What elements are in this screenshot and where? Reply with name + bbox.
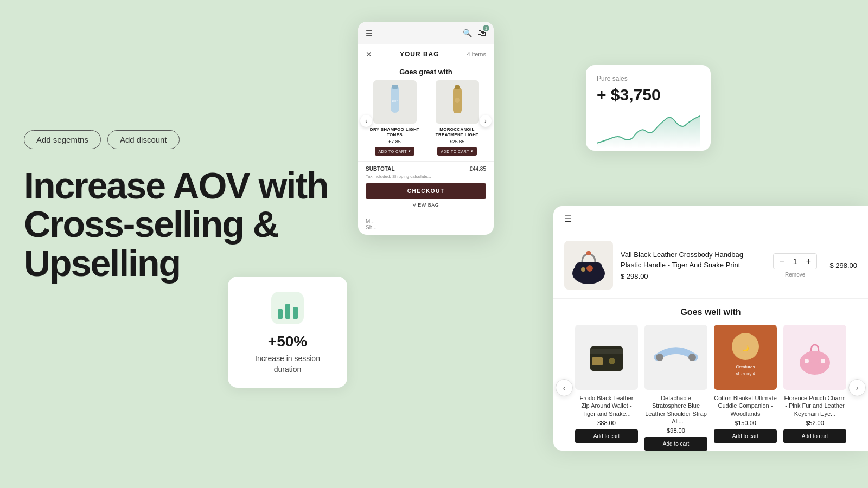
add-segments-button[interactable]: Add segemtns: [24, 130, 101, 149]
stat-label: Increase in session duration: [244, 354, 331, 375]
svg-point-5: [455, 98, 460, 103]
product-carousel: ‹ DRY DRY SHAMPOO LIGHT TONES £7.85 ADD …: [358, 80, 494, 161]
svg-text:Creatures: Creatures: [736, 364, 755, 369]
carousel-left-arrow[interactable]: ‹: [360, 115, 372, 127]
bag-icon[interactable]: 🛍 1: [477, 28, 486, 38]
cart-count: 4 items: [467, 51, 486, 57]
cart-item-info: Vali Black Leather Crossbody Handbag Pla…: [621, 250, 765, 280]
right-panel-header: ☰: [553, 206, 868, 232]
svg-point-9: [581, 267, 585, 272]
goes-well-name-1: Detachable Stratosphere Blue Leather Sho…: [644, 394, 707, 425]
svg-text:🌙: 🌙: [742, 345, 749, 352]
hamburger-icon: ☰: [366, 29, 373, 37]
product-image-0: DRY: [373, 80, 417, 124]
svg-point-14: [656, 354, 663, 361]
goes-well-carousel: Frodo Black Leather Zip Around Wallet - …: [575, 325, 846, 451]
tag-buttons: Add segemtns Add discount: [24, 130, 360, 149]
svg-rect-4: [455, 85, 460, 89]
goes-well-section: Goes well with ‹ Frodo Black Leather Zip…: [553, 299, 868, 451]
goes-well-item-2: 🌙 Creatures of the night Cotton Blanket …: [714, 325, 777, 451]
add-to-cart-goes-well-2[interactable]: Add to cart: [714, 429, 777, 443]
svg-point-24: [821, 359, 825, 363]
goes-well-image-1: [644, 325, 707, 390]
cart-item-total: $ 298.00: [825, 261, 857, 269]
goes-well-item-3: Florence Pouch Charm - Pink Fur and Leat…: [783, 325, 846, 451]
add-to-cart-goes-well-1[interactable]: Add to cart: [644, 437, 707, 451]
svg-rect-11: [590, 349, 623, 354]
cart-item-price: $ 298.00: [621, 272, 765, 280]
view-bag-link[interactable]: VIEW BAG: [358, 202, 494, 214]
goes-well-price-1: $98.00: [644, 427, 707, 434]
goes-great-with-label: Goes great with: [358, 62, 494, 80]
subtotal-row: SUBTOTAL £44.85: [358, 161, 494, 174]
add-to-cart-goes-well-0[interactable]: Add to cart: [575, 429, 638, 443]
stat-card: +50% Increase in session duration: [228, 277, 347, 388]
goes-well-name-2: Cotton Blanket Ultimate Cuddle Companion…: [714, 394, 777, 418]
subtotal-amount: £44.85: [469, 166, 486, 172]
product-price-1: £25.85: [428, 139, 486, 144]
pure-sales-value: + $3,750: [597, 86, 700, 104]
remove-link[interactable]: Remove: [785, 272, 805, 278]
close-icon[interactable]: ✕: [366, 50, 372, 59]
bar-chart-icon: [271, 292, 304, 324]
pure-sales-label: Pure sales: [597, 75, 700, 82]
cart-bottom-text: M...Sh...: [358, 214, 494, 235]
cart-item-row: Vali Black Leather Crossbody Handbag Pla…: [553, 232, 868, 299]
svg-point-15: [688, 354, 696, 361]
svg-rect-1: [392, 85, 398, 89]
bar-3: [293, 307, 298, 319]
product-card-1: MOROCCANOIL TREATMENT LIGHT £25.85 ADD T…: [428, 80, 486, 156]
bar-1: [278, 309, 283, 319]
goes-well-image-0: [575, 325, 638, 390]
add-to-cart-button-0[interactable]: ADD TO CART ▾: [375, 147, 414, 156]
svg-point-23: [805, 359, 809, 363]
mobile-cart-widget: ☰ 🔍 🛍 1 ✕ YOUR BAG 4 items Goes great wi…: [358, 22, 494, 235]
goes-well-right-arrow[interactable]: ›: [848, 379, 866, 396]
mobile-cart-header-bar: ☰ 🔍 🛍 1: [358, 22, 494, 44]
goes-well-price-3: $52.00: [783, 420, 846, 426]
headline-line2: Cross-selling &: [24, 205, 360, 243]
qty-remove-col: − 1 + Remove: [773, 253, 817, 278]
quantity-decrease-button[interactable]: −: [779, 257, 784, 266]
cart-title: YOUR BAG: [400, 50, 439, 58]
svg-rect-8: [586, 251, 591, 255]
product-name-0: DRY SHAMPOO LIGHT TONES: [366, 127, 424, 137]
cart-item-name: Vali Black Leather Crossbody Handbag Pla…: [621, 250, 765, 269]
add-to-cart-button-1[interactable]: ADD TO CART ▾: [437, 147, 476, 156]
goes-well-price-2: $150.00: [714, 420, 777, 426]
bar-2: [285, 304, 290, 319]
product-image-1: [436, 80, 479, 124]
cart-icons: 🔍 🛍 1: [463, 28, 486, 38]
goes-well-title: Goes well with: [564, 307, 857, 317]
quantity-control: − 1 +: [773, 253, 817, 269]
goes-well-item-1: Detachable Stratosphere Blue Leather Sho…: [644, 325, 707, 451]
sales-chart: [597, 111, 700, 149]
left-section: Add segemtns Add discount Increase AOV w…: [24, 130, 360, 282]
svg-rect-22: [808, 351, 822, 363]
svg-text:of the night: of the night: [736, 371, 755, 376]
quantity-increase-button[interactable]: +: [806, 257, 811, 266]
goes-well-image-2: 🌙 Creatures of the night: [714, 325, 777, 390]
goes-well-left-arrow[interactable]: ‹: [556, 379, 573, 396]
carousel-right-arrow[interactable]: ›: [480, 115, 492, 127]
goes-well-image-3: [783, 325, 846, 390]
headline-line1: Increase AOV with: [24, 166, 360, 205]
search-icon[interactable]: 🔍: [463, 29, 472, 37]
stat-percent: +50%: [244, 333, 331, 350]
headline: Increase AOV with Cross-selling & Upsell…: [24, 166, 360, 282]
svg-point-13: [609, 358, 615, 364]
checkout-button[interactable]: CHECKOUT: [366, 183, 486, 199]
cart-item-image: [564, 241, 613, 290]
bag-badge: 1: [483, 25, 489, 31]
add-to-cart-goes-well-3[interactable]: Add to cart: [783, 429, 846, 443]
tax-note: Tax included. Shipping calculate...: [358, 174, 494, 183]
add-discount-button[interactable]: Add discount: [107, 130, 180, 149]
goes-well-price-0: $88.00: [575, 420, 638, 426]
svg-rect-12: [592, 357, 603, 365]
goes-well-item-0: Frodo Black Leather Zip Around Wallet - …: [575, 325, 638, 451]
subtotal-label: SUBTOTAL: [366, 166, 395, 172]
pure-sales-card: Pure sales + $3,750: [586, 65, 711, 151]
cart-title-row: ✕ YOUR BAG 4 items: [358, 44, 494, 62]
product-card-0: DRY DRY SHAMPOO LIGHT TONES £7.85 ADD TO…: [366, 80, 424, 156]
quantity-value: 1: [790, 257, 801, 266]
